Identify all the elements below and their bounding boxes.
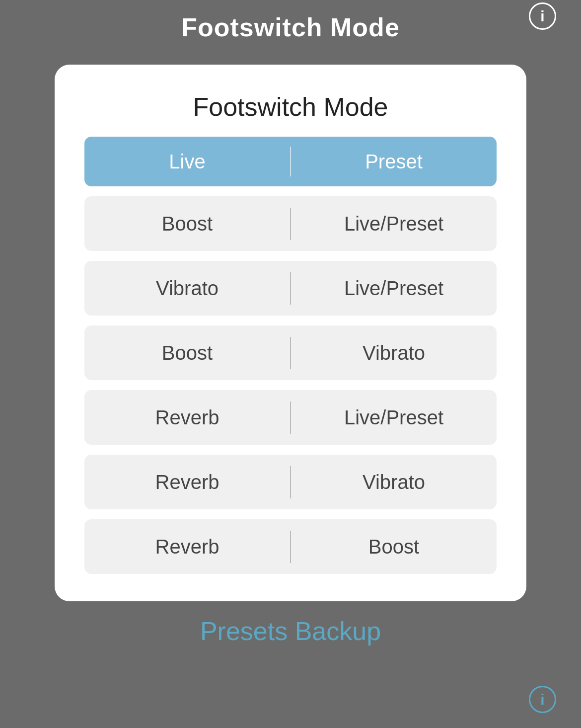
row-col1: Vibrato — [84, 277, 290, 300]
row-col1: Reverb — [84, 536, 290, 558]
row-col2: Boost — [291, 536, 497, 558]
header-col1[interactable]: Live — [84, 151, 290, 173]
table-row[interactable]: ReverbVibrato — [84, 455, 497, 509]
row-col1: Reverb — [84, 471, 290, 493]
modal-title: Footswitch Mode — [84, 92, 497, 122]
top-title: Footswitch Mode — [181, 7, 400, 42]
header-row[interactable]: Live Preset — [84, 137, 497, 186]
bottom-title[interactable]: Presets Backup — [200, 616, 381, 646]
row-col2: Live/Preset — [291, 213, 497, 235]
rows-container: BoostLive/PresetVibratoLive/PresetBoostV… — [84, 196, 497, 574]
table-row[interactable]: BoostLive/Preset — [84, 196, 497, 251]
top-info-icon[interactable]: i — [529, 2, 556, 30]
row-col2: Live/Preset — [291, 277, 497, 300]
table-row[interactable]: VibratoLive/Preset — [84, 261, 497, 316]
table-row[interactable]: BoostVibrato — [84, 325, 497, 380]
row-col2: Vibrato — [291, 471, 497, 493]
table-row[interactable]: ReverbLive/Preset — [84, 390, 497, 445]
table-row[interactable]: ReverbBoost — [84, 519, 497, 574]
row-col1: Reverb — [84, 406, 290, 429]
row-col2: Vibrato — [291, 342, 497, 364]
top-bar: Footswitch Mode i — [0, 0, 581, 42]
row-col2: Live/Preset — [291, 406, 497, 429]
modal-container: Footswitch Mode Live Preset BoostLive/Pr… — [55, 65, 526, 601]
bottom-area: Presets Backup i — [0, 616, 581, 646]
row-col1: Boost — [84, 213, 290, 235]
row-col1: Boost — [84, 342, 290, 364]
bottom-info-icon[interactable]: i — [529, 686, 556, 713]
header-col2[interactable]: Preset — [291, 151, 497, 173]
